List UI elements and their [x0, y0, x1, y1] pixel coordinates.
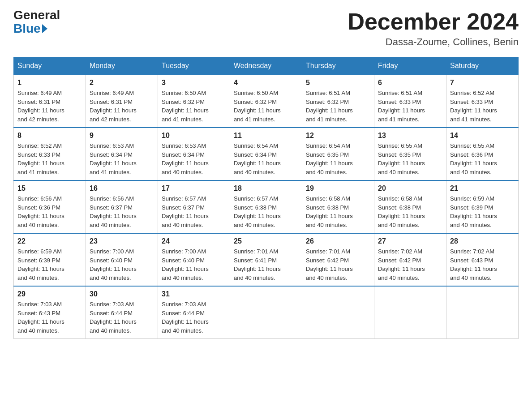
- table-row: 4 Sunrise: 6:50 AM Sunset: 6:32 PM Dayli…: [230, 75, 302, 128]
- day-info: Sunrise: 6:51 AM Sunset: 6:33 PM Dayligh…: [378, 89, 442, 124]
- day-info: Sunrise: 6:56 AM Sunset: 6:37 PM Dayligh…: [90, 194, 154, 229]
- day-info: Sunrise: 6:52 AM Sunset: 6:33 PM Dayligh…: [450, 89, 515, 124]
- table-row: 10 Sunrise: 6:53 AM Sunset: 6:34 PM Dayl…: [158, 128, 230, 180]
- calendar-week-4: 22 Sunrise: 6:59 AM Sunset: 6:39 PM Dayl…: [14, 233, 519, 286]
- table-row: [230, 286, 302, 339]
- day-info: Sunrise: 6:52 AM Sunset: 6:33 PM Dayligh…: [17, 141, 82, 176]
- table-row: 11 Sunrise: 6:54 AM Sunset: 6:34 PM Dayl…: [230, 128, 302, 180]
- day-info: Sunrise: 7:01 AM Sunset: 6:41 PM Dayligh…: [234, 247, 298, 282]
- table-row: 25 Sunrise: 7:01 AM Sunset: 6:41 PM Dayl…: [230, 233, 302, 286]
- day-number: 25: [234, 237, 298, 245]
- day-number: 31: [162, 290, 226, 298]
- table-row: 21 Sunrise: 6:59 AM Sunset: 6:39 PM Dayl…: [446, 180, 519, 233]
- calendar-week-3: 15 Sunrise: 6:56 AM Sunset: 6:36 PM Dayl…: [14, 180, 519, 233]
- location-title: Dassa-Zoume, Collines, Benin: [348, 36, 519, 48]
- day-number: 15: [17, 184, 82, 193]
- day-info: Sunrise: 7:00 AM Sunset: 6:40 PM Dayligh…: [90, 247, 154, 282]
- day-number: 10: [162, 132, 226, 140]
- day-info: Sunrise: 6:53 AM Sunset: 6:34 PM Dayligh…: [90, 141, 154, 176]
- day-info: Sunrise: 6:49 AM Sunset: 6:31 PM Dayligh…: [17, 89, 82, 124]
- day-info: Sunrise: 6:56 AM Sunset: 6:36 PM Dayligh…: [17, 194, 82, 229]
- title-block: December 2024 Dassa-Zoume, Collines, Ben…: [348, 9, 519, 48]
- table-row: 2 Sunrise: 6:49 AM Sunset: 6:31 PM Dayli…: [86, 75, 158, 128]
- day-info: Sunrise: 6:57 AM Sunset: 6:38 PM Dayligh…: [234, 194, 298, 229]
- day-number: 27: [378, 237, 442, 245]
- day-number: 26: [306, 237, 370, 245]
- table-row: 20 Sunrise: 6:58 AM Sunset: 6:38 PM Dayl…: [374, 180, 446, 233]
- table-row: 1 Sunrise: 6:49 AM Sunset: 6:31 PM Dayli…: [14, 75, 86, 128]
- table-row: 29 Sunrise: 7:03 AM Sunset: 6:43 PM Dayl…: [14, 286, 86, 339]
- calendar-week-1: 1 Sunrise: 6:49 AM Sunset: 6:31 PM Dayli…: [14, 75, 519, 128]
- day-info: Sunrise: 6:58 AM Sunset: 6:38 PM Dayligh…: [378, 194, 442, 229]
- table-row: 28 Sunrise: 7:02 AM Sunset: 6:43 PM Dayl…: [446, 233, 519, 286]
- day-info: Sunrise: 7:02 AM Sunset: 6:42 PM Dayligh…: [378, 247, 442, 282]
- day-info: Sunrise: 6:59 AM Sunset: 6:39 PM Dayligh…: [450, 194, 515, 229]
- day-info: Sunrise: 6:58 AM Sunset: 6:38 PM Dayligh…: [306, 194, 370, 229]
- table-row: 14 Sunrise: 6:55 AM Sunset: 6:36 PM Dayl…: [446, 128, 519, 180]
- logo-blue-text: Blue: [13, 21, 47, 36]
- day-number: 12: [306, 132, 370, 140]
- table-row: [374, 286, 446, 339]
- table-row: 26 Sunrise: 7:01 AM Sunset: 6:42 PM Dayl…: [302, 233, 374, 286]
- day-number: 6: [378, 79, 442, 87]
- day-info: Sunrise: 6:51 AM Sunset: 6:32 PM Dayligh…: [306, 89, 370, 124]
- day-info: Sunrise: 7:03 AM Sunset: 6:44 PM Dayligh…: [90, 300, 154, 335]
- day-number: 1: [17, 79, 82, 87]
- day-number: 14: [450, 132, 515, 140]
- day-info: Sunrise: 6:50 AM Sunset: 6:32 PM Dayligh…: [234, 89, 298, 124]
- day-number: 16: [90, 184, 154, 193]
- table-row: [446, 286, 519, 339]
- day-info: Sunrise: 6:50 AM Sunset: 6:32 PM Dayligh…: [162, 89, 226, 124]
- table-row: 27 Sunrise: 7:02 AM Sunset: 6:42 PM Dayl…: [374, 233, 446, 286]
- day-info: Sunrise: 7:02 AM Sunset: 6:43 PM Dayligh…: [450, 247, 515, 282]
- day-number: 21: [450, 184, 515, 193]
- day-number: 4: [234, 79, 298, 87]
- col-thursday: Thursday: [302, 57, 374, 75]
- table-row: 24 Sunrise: 7:00 AM Sunset: 6:40 PM Dayl…: [158, 233, 230, 286]
- day-number: 22: [17, 237, 82, 245]
- table-row: 7 Sunrise: 6:52 AM Sunset: 6:33 PM Dayli…: [446, 75, 519, 128]
- day-info: Sunrise: 6:57 AM Sunset: 6:37 PM Dayligh…: [162, 194, 226, 229]
- day-info: Sunrise: 6:55 AM Sunset: 6:36 PM Dayligh…: [450, 141, 515, 176]
- day-info: Sunrise: 7:03 AM Sunset: 6:43 PM Dayligh…: [17, 300, 82, 335]
- calendar-week-5: 29 Sunrise: 7:03 AM Sunset: 6:43 PM Dayl…: [14, 286, 519, 339]
- table-row: 6 Sunrise: 6:51 AM Sunset: 6:33 PM Dayli…: [374, 75, 446, 128]
- table-row: 18 Sunrise: 6:57 AM Sunset: 6:38 PM Dayl…: [230, 180, 302, 233]
- col-monday: Monday: [86, 57, 158, 75]
- day-number: 11: [234, 132, 298, 140]
- page-header: General Blue December 2024 Dassa-Zoume, …: [13, 9, 519, 48]
- table-row: 23 Sunrise: 7:00 AM Sunset: 6:40 PM Dayl…: [86, 233, 158, 286]
- table-row: 12 Sunrise: 6:54 AM Sunset: 6:35 PM Dayl…: [302, 128, 374, 180]
- header-row: Sunday Monday Tuesday Wednesday Thursday…: [14, 57, 519, 75]
- day-info: Sunrise: 6:53 AM Sunset: 6:34 PM Dayligh…: [162, 141, 226, 176]
- table-row: 5 Sunrise: 6:51 AM Sunset: 6:32 PM Dayli…: [302, 75, 374, 128]
- table-row: 22 Sunrise: 6:59 AM Sunset: 6:39 PM Dayl…: [14, 233, 86, 286]
- table-row: 30 Sunrise: 7:03 AM Sunset: 6:44 PM Dayl…: [86, 286, 158, 339]
- table-row: 8 Sunrise: 6:52 AM Sunset: 6:33 PM Dayli…: [14, 128, 86, 180]
- col-sunday: Sunday: [14, 57, 86, 75]
- table-row: 13 Sunrise: 6:55 AM Sunset: 6:35 PM Dayl…: [374, 128, 446, 180]
- table-row: [302, 286, 374, 339]
- day-info: Sunrise: 6:49 AM Sunset: 6:31 PM Dayligh…: [90, 89, 154, 124]
- calendar-week-2: 8 Sunrise: 6:52 AM Sunset: 6:33 PM Dayli…: [14, 128, 519, 180]
- day-info: Sunrise: 7:00 AM Sunset: 6:40 PM Dayligh…: [162, 247, 226, 282]
- month-title: December 2024: [348, 9, 519, 34]
- day-number: 19: [306, 184, 370, 193]
- day-number: 30: [90, 290, 154, 298]
- day-number: 23: [90, 237, 154, 245]
- day-number: 5: [306, 79, 370, 87]
- logo-arrow-icon: [42, 24, 47, 33]
- day-number: 9: [90, 132, 154, 140]
- day-number: 29: [17, 290, 82, 298]
- col-tuesday: Tuesday: [158, 57, 230, 75]
- day-info: Sunrise: 6:54 AM Sunset: 6:34 PM Dayligh…: [234, 141, 298, 176]
- col-friday: Friday: [374, 57, 446, 75]
- col-saturday: Saturday: [446, 57, 519, 75]
- day-info: Sunrise: 7:01 AM Sunset: 6:42 PM Dayligh…: [306, 247, 370, 282]
- table-row: 31 Sunrise: 7:03 AM Sunset: 6:44 PM Dayl…: [158, 286, 230, 339]
- day-info: Sunrise: 6:55 AM Sunset: 6:35 PM Dayligh…: [378, 141, 442, 176]
- day-number: 17: [162, 184, 226, 193]
- logo-general-text: General: [13, 9, 60, 21]
- table-row: 15 Sunrise: 6:56 AM Sunset: 6:36 PM Dayl…: [14, 180, 86, 233]
- day-number: 8: [17, 132, 82, 140]
